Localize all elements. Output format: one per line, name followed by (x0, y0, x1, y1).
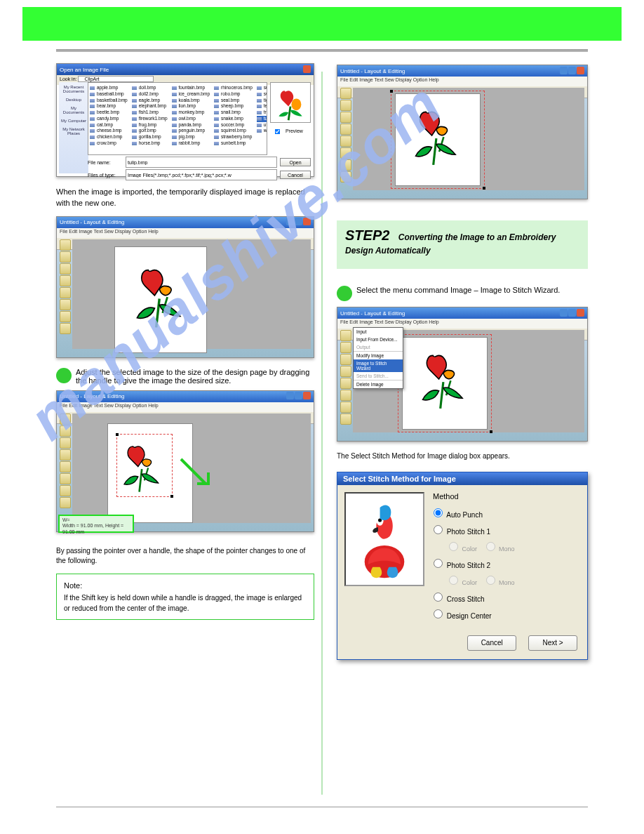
step-bullet-3 (56, 368, 72, 383)
file-item[interactable]: ufo.bmp (257, 122, 267, 128)
file-item[interactable]: gorilla.bmp (132, 134, 168, 140)
paragraph-pointer-handles: By passing the pointer over a handle, th… (56, 546, 314, 567)
file-item[interactable]: seal.bmp (214, 98, 253, 104)
stitch-dialog-title: Select Stitch Method for Image (337, 472, 587, 485)
file-item[interactable]: panda.bmp (172, 122, 210, 128)
place-recent[interactable]: My Recent Documents (60, 85, 87, 93)
file-item[interactable]: telephone.bmp (257, 103, 267, 110)
file-item[interactable]: candy.bmp (90, 116, 128, 122)
editor-shot-3: Untitled - Layout & Editing File Edit Im… (337, 65, 588, 199)
file-item[interactable]: cheese.bmp (90, 128, 128, 134)
file-item[interactable]: penguin.bmp (172, 128, 210, 134)
filename-input[interactable] (126, 157, 277, 168)
step-banner: STEP2 Converting the Image to an Embroid… (337, 220, 588, 269)
resize-arrow-icon (177, 456, 220, 498)
file-item[interactable]: beetle.bmp (90, 110, 128, 116)
file-item[interactable]: soccer.bmp (214, 122, 253, 128)
file-item[interactable]: crow.bmp (90, 140, 128, 147)
file-item[interactable]: ice_cream.bmp (172, 91, 210, 98)
place-documents[interactable]: My Documents (60, 106, 87, 114)
stitch-preview-thumb (344, 492, 424, 586)
places-bar: My Recent Documents Desktop My Documents… (59, 82, 88, 173)
opt-design-center[interactable]: Design Center (430, 607, 575, 620)
file-item[interactable]: whale.bmp (257, 128, 267, 134)
place-network[interactable]: My Network Places (60, 127, 87, 135)
file-item[interactable]: snail.bmp (214, 110, 253, 116)
note-box: Note: If the Shift key is held down whil… (56, 574, 314, 621)
file-item[interactable]: sunflower.bmp (257, 85, 267, 91)
file-item[interactable]: horse.bmp (132, 140, 168, 147)
preview-pane: Preview (270, 82, 311, 138)
header-banner (22, 7, 622, 41)
file-item[interactable]: swimming.bmp (257, 91, 267, 98)
editor-shot-1: Untitled - Layout & Editing File Edit Im… (56, 216, 314, 358)
file-item[interactable]: cat.bmp (90, 122, 128, 128)
file-item[interactable]: rhinoceros.bmp (214, 85, 253, 91)
step-3-text: Adjust the selected image to the size of… (76, 368, 314, 385)
file-item[interactable]: sunbelt.bmp (214, 140, 253, 147)
cancel-button[interactable]: Cancel (280, 171, 311, 179)
file-item[interactable]: sheep.bmp (214, 103, 253, 110)
file-item[interactable]: tulip.bmp (257, 116, 267, 122)
opt-photo2[interactable]: Photo Stitch 2 (430, 557, 575, 569)
file-item[interactable]: doll.bmp (132, 85, 168, 91)
open-button[interactable]: Open (280, 158, 311, 166)
place-desktop[interactable]: Desktop (66, 98, 81, 102)
stitch-next-button[interactable]: Next > (528, 635, 577, 651)
step-r1-text: Select the menu command Image – Image to… (356, 286, 560, 294)
stitch-cancel-button[interactable]: Cancel (467, 635, 516, 651)
file-item[interactable]: fish1.bmp (132, 110, 168, 116)
file-item[interactable]: pig.bmp (172, 134, 210, 140)
file-item[interactable]: rabbit.bmp (172, 140, 210, 147)
file-item[interactable]: baseball.bmp (90, 91, 128, 98)
file-item[interactable]: eagle.bmp (132, 98, 168, 104)
footer-rule (56, 807, 588, 807)
file-item[interactable]: koala.bmp (172, 98, 210, 104)
file-item[interactable]: basketball.bmp (90, 98, 128, 104)
file-item[interactable]: lion.bmp (172, 103, 210, 110)
file-item[interactable]: monkey.bmp (172, 110, 210, 116)
opt-photo1[interactable]: Photo Stitch 1 (430, 523, 575, 536)
step-bullet-r1 (337, 286, 352, 301)
file-item[interactable]: chicken.bmp (90, 134, 128, 140)
lookin-combo[interactable]: ClipArt (78, 76, 154, 82)
file-list[interactable]: apple.bmpbaseball.bmpbasketball.bmpbear.… (88, 82, 267, 155)
file-item[interactable]: fountain.bmp (172, 85, 210, 91)
file-item[interactable]: tiger.bmp (257, 98, 267, 104)
editor-shot-menu: Untitled - Layout & Editing File Edit Im… (337, 307, 588, 442)
file-item[interactable]: tropical_fish1.bmp (257, 110, 267, 116)
paragraph-stitch-dialog-appears: The Select Stitch Method for Image dialo… (337, 451, 588, 462)
status-bar-callout: W= Width = 91.00 mm, Height = 91.00 mm (58, 515, 134, 533)
file-item[interactable]: robo.bmp (214, 91, 253, 98)
editor-shot-2: Untitled - Layout & Editing File Edit Im… (56, 390, 314, 532)
file-item[interactable]: apple.bmp (90, 85, 128, 91)
image-menu-dropdown[interactable]: Input Input From Device... Output Modify… (353, 327, 403, 389)
preview-checkbox[interactable]: Preview (270, 128, 303, 133)
place-computer[interactable]: My Computer (61, 119, 86, 123)
file-item[interactable]: bear.bmp (90, 103, 128, 110)
header-rule (56, 49, 588, 52)
file-item[interactable]: owl.bmp (172, 116, 210, 122)
file-item[interactable]: firework1.bmp (132, 116, 168, 122)
file-item[interactable]: elephant.bmp (132, 103, 168, 110)
stitch-method-dialog: Select Stitch Method for Image Method Au… (337, 472, 588, 660)
file-item[interactable]: snake.bmp (214, 116, 253, 122)
file-item[interactable]: golf.bmp (132, 128, 168, 134)
dialog-titlebar: Open an Image File (57, 64, 314, 75)
opt-cross[interactable]: Cross Stitch (430, 590, 575, 603)
dialog-title: Open an Image File (60, 67, 109, 73)
open-image-dialog: Open an Image File Look in: ClipArt My R… (56, 63, 314, 177)
file-item[interactable]: doll2.bmp (132, 91, 168, 98)
filetype-combo[interactable] (126, 169, 277, 180)
file-item[interactable]: strawberry.bmp (214, 134, 253, 140)
paragraph-imported: When the image is imported, the temporar… (56, 187, 314, 209)
svg-point-0 (291, 98, 301, 110)
file-item[interactable]: squirrel.bmp (214, 128, 253, 134)
column-divider (321, 72, 323, 795)
file-item[interactable]: frog.bmp (132, 122, 168, 128)
window-buttons (302, 65, 311, 74)
opt-auto-punch[interactable]: Auto Punch (430, 506, 575, 519)
